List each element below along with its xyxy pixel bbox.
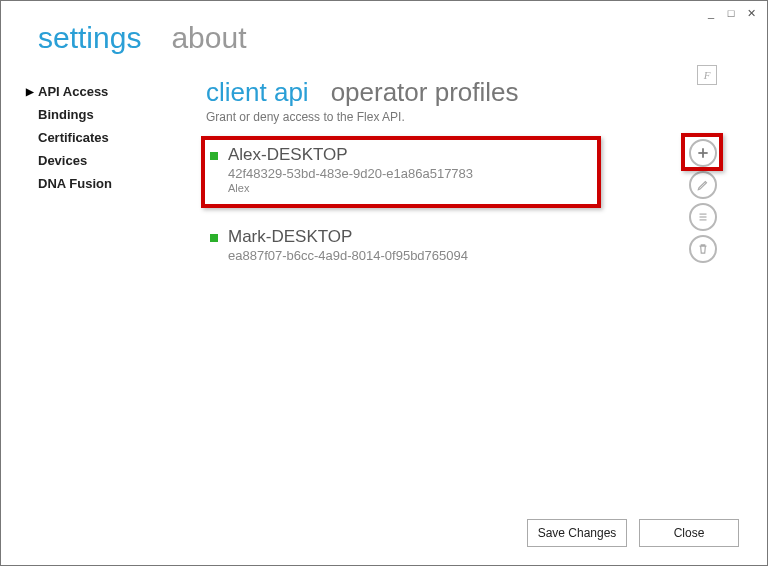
plus-icon xyxy=(696,146,710,160)
f-badge[interactable]: F xyxy=(697,65,717,85)
close-button[interactable]: Close xyxy=(639,519,739,547)
sidebar-item-label: API Access xyxy=(38,84,108,99)
sidebar-item-label: Certificates xyxy=(38,130,109,145)
sidebar-item-label: Devices xyxy=(38,153,87,168)
caret-right-icon: ▶ xyxy=(26,86,36,97)
main-area: ▶ API Access Bindings Certificates Devic… xyxy=(1,65,767,509)
sidebar-item-label: DNA Fusion xyxy=(38,176,112,191)
list-icon xyxy=(696,210,710,224)
sidebar-item-dna-fusion[interactable]: DNA Fusion xyxy=(16,172,181,195)
content: F client api operator profiles Grant or … xyxy=(181,75,747,509)
section-header: client api operator profiles xyxy=(206,77,747,108)
sidebar-item-devices[interactable]: Devices xyxy=(16,149,181,172)
footer-buttons: Save Changes Close xyxy=(527,519,739,547)
minimize-button[interactable]: _ xyxy=(705,7,717,20)
client-list-item[interactable]: Mark-DESKTOP ea887f07-b6cc-4a9d-8014-0f9… xyxy=(206,218,747,273)
maximize-button[interactable]: □ xyxy=(725,7,737,20)
client-item-texts: Mark-DESKTOP ea887f07-b6cc-4a9d-8014-0f9… xyxy=(228,227,468,263)
delete-button[interactable] xyxy=(689,235,717,263)
sidebar-item-certificates[interactable]: Certificates xyxy=(16,126,181,149)
sidebar-item-api-access[interactable]: ▶ API Access xyxy=(16,80,181,103)
client-user: Alex xyxy=(228,182,473,194)
tab-settings[interactable]: settings xyxy=(38,21,141,55)
sidebar-item-bindings[interactable]: Bindings xyxy=(16,103,181,126)
window-controls: _ □ ✕ xyxy=(705,7,757,20)
close-window-button[interactable]: ✕ xyxy=(745,7,757,20)
list-button[interactable] xyxy=(689,203,717,231)
save-changes-button[interactable]: Save Changes xyxy=(527,519,627,547)
tab-about[interactable]: about xyxy=(171,21,246,55)
trash-icon xyxy=(696,242,710,256)
section-title-primary: client api xyxy=(206,77,309,108)
client-name: Alex-DESKTOP xyxy=(228,145,473,165)
status-indicator-icon xyxy=(210,152,218,160)
client-guid: 42f48329-53bd-483e-9d20-e1a86a517783 xyxy=(228,166,473,181)
edit-button[interactable] xyxy=(689,171,717,199)
client-name: Mark-DESKTOP xyxy=(228,227,468,247)
add-button[interactable] xyxy=(689,139,717,167)
sidebar: ▶ API Access Bindings Certificates Devic… xyxy=(16,75,181,509)
section-subtitle: Grant or deny access to the Flex API. xyxy=(206,110,747,124)
pencil-icon xyxy=(696,178,710,192)
action-column xyxy=(689,139,717,263)
client-list-item[interactable]: Alex-DESKTOP 42f48329-53bd-483e-9d20-e1a… xyxy=(206,136,747,204)
status-indicator-icon xyxy=(210,234,218,242)
client-guid: ea887f07-b6cc-4a9d-8014-0f95bd765094 xyxy=(228,248,468,263)
sidebar-item-label: Bindings xyxy=(38,107,94,122)
section-title-secondary: operator profiles xyxy=(331,77,519,108)
client-item-texts: Alex-DESKTOP 42f48329-53bd-483e-9d20-e1a… xyxy=(228,145,473,194)
client-list: Alex-DESKTOP 42f48329-53bd-483e-9d20-e1a… xyxy=(206,136,747,273)
top-tabs: settings about xyxy=(1,1,767,65)
